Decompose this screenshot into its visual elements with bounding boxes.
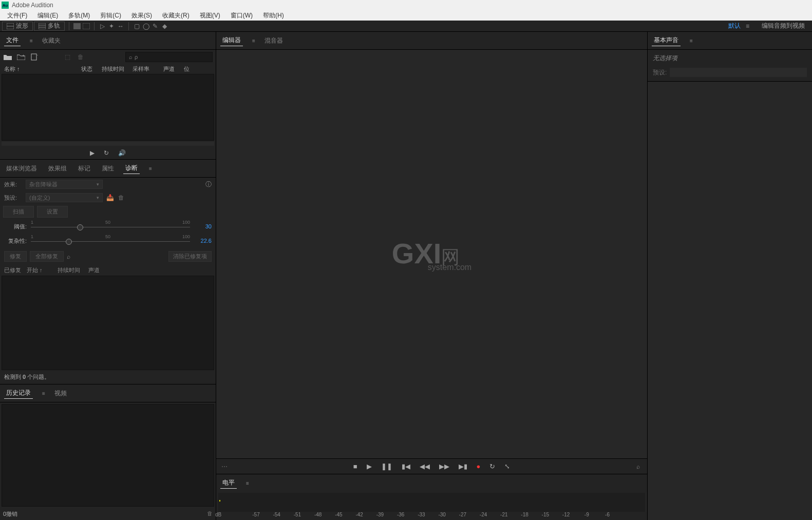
fforward-button[interactable]: ▶▶ [439, 463, 449, 470]
complexity-slider[interactable]: 1 50 100 [31, 236, 190, 246]
effect-dropdown[interactable]: 杂音降噪器 ▾ [26, 180, 103, 189]
col-channel[interactable]: 声道 [163, 65, 184, 73]
delete-preset-icon[interactable]: 🗑 [117, 194, 125, 201]
menu-file[interactable]: 文件(F) [3, 10, 31, 21]
zoom-icon[interactable]: ⌕ [636, 463, 640, 470]
scan-button[interactable]: 扫描 [3, 206, 34, 218]
workspace-audio-video-button[interactable]: 编辑音频到视频 [757, 22, 810, 30]
col-name[interactable]: 名称 ↑ [4, 65, 81, 73]
menu-multitrack[interactable]: 多轨(M) [64, 10, 94, 21]
multitrack-view-button[interactable]: 多轨 [34, 22, 65, 31]
marquee-tool-icon[interactable]: ▢ [132, 22, 141, 31]
spot-heal-tool-icon[interactable]: ◆ [160, 22, 169, 31]
delete-history-icon[interactable]: 🗑 [207, 510, 213, 518]
col-duration[interactable]: 持续时间 [58, 266, 88, 274]
find-icon[interactable]: ⌕ [67, 253, 70, 260]
threshold-value[interactable]: 30 [194, 223, 212, 229]
skip-fwd-button[interactable]: ▶▮ [459, 463, 467, 470]
tab-effects-rack[interactable]: 效果组 [46, 163, 69, 174]
threshold-slider[interactable]: 1 50 100 [31, 221, 190, 232]
settings-button[interactable]: 设置 [37, 206, 68, 218]
waveform-view-button[interactable]: 波形 [2, 22, 33, 31]
workspace-default-button[interactable]: 默认 [723, 22, 746, 30]
col-start[interactable]: 开始 ↑ [27, 266, 58, 274]
es-preset-dropdown[interactable] [670, 68, 807, 77]
complexity-value[interactable]: 22.6 [194, 238, 212, 244]
levels-menu-icon[interactable]: ≡ [246, 480, 249, 486]
workspace-menu-icon[interactable]: ≡ [746, 23, 749, 30]
info-icon[interactable]: ⓘ [205, 180, 212, 189]
tab-favorites[interactable]: 收藏夹 [40, 35, 63, 46]
tab-levels[interactable]: 电平 [220, 477, 237, 489]
diagnostics-list[interactable] [2, 276, 214, 370]
files-panel-menu-icon[interactable]: ≡ [30, 38, 33, 44]
spectral-freq-icon[interactable] [72, 22, 82, 31]
save-preset-icon[interactable]: 📥 [106, 194, 114, 201]
move-tool-icon[interactable]: ▷ [98, 22, 107, 31]
editor-viewport[interactable]: GXI网 system.com [216, 50, 647, 458]
transport-options-icon[interactable]: ⋯ [221, 463, 228, 470]
fix-button[interactable]: 修复 [4, 251, 27, 262]
slip-tool-icon[interactable]: ↔ [116, 22, 125, 31]
col-status[interactable]: 状态 [81, 65, 102, 73]
menu-effects[interactable]: 效果(S) [127, 10, 156, 21]
tab-diagnostics[interactable]: 诊断 [123, 163, 140, 174]
loop-button[interactable]: ↻ [489, 463, 495, 470]
tab-essential-sound[interactable]: 基本声音 [652, 35, 681, 46]
skip-back-button[interactable]: ▮◀ [402, 463, 410, 470]
menu-edit[interactable]: 编辑(E) [33, 10, 62, 21]
col-bit[interactable]: 位 [184, 65, 190, 73]
tab-history[interactable]: 历史记录 [4, 388, 33, 399]
insert-to-multitrack-icon[interactable]: ⬚ [63, 53, 72, 61]
history-menu-icon[interactable]: ≡ [42, 391, 45, 396]
files-list[interactable] [2, 74, 214, 141]
col-sample[interactable]: 采样率 [133, 65, 163, 73]
tab-markers[interactable]: 标记 [76, 163, 92, 174]
tab-mixer[interactable]: 混音器 [262, 35, 285, 46]
menu-window[interactable]: 窗口(W) [226, 10, 257, 21]
menu-favorites[interactable]: 收藏夹(R) [158, 10, 194, 21]
skip-selection-icon[interactable]: ⤡ [504, 463, 510, 470]
menu-clip[interactable]: 剪辑(C) [96, 10, 125, 21]
new-file-icon[interactable]: + [30, 53, 39, 61]
threshold-thumb[interactable] [77, 224, 83, 230]
tab-files[interactable]: 文件 [4, 35, 21, 46]
col-channel[interactable]: 声道 [88, 266, 114, 274]
import-icon[interactable]: + [16, 53, 26, 61]
preview-autoplay-icon[interactable]: 🔊 [118, 149, 126, 157]
tab-media-browser[interactable]: 媒体浏览器 [4, 163, 39, 174]
lasso-tool-icon[interactable]: ◯ [141, 22, 150, 31]
rewind-button[interactable]: ◀◀ [420, 463, 430, 470]
preset-dropdown[interactable]: (自定义) ▾ [26, 193, 103, 202]
menu-view[interactable]: 视图(V) [196, 10, 224, 21]
diagnostics-menu-icon[interactable]: ≡ [149, 166, 152, 171]
menu-help[interactable]: 帮助(H) [259, 10, 288, 21]
db-label: dB [215, 512, 221, 517]
files-hscrollbar[interactable] [2, 142, 214, 146]
tab-video[interactable]: 视频 [52, 388, 69, 399]
tab-properties[interactable]: 属性 [100, 163, 116, 174]
level-meter[interactable] [218, 493, 645, 512]
essential-sound-menu-icon[interactable]: ≡ [690, 38, 693, 44]
pause-button[interactable]: ❚❚ [381, 463, 392, 470]
spectral-pitch-icon[interactable] [82, 22, 91, 31]
stop-button[interactable]: ■ [353, 463, 357, 470]
complexity-thumb[interactable] [66, 239, 72, 245]
record-button[interactable]: ● [477, 463, 481, 470]
preview-play-icon[interactable]: ▶ [90, 149, 95, 157]
preview-loop-icon[interactable]: ↻ [104, 149, 109, 157]
editor-menu-icon[interactable]: ≡ [252, 38, 255, 44]
brush-tool-icon[interactable]: ✎ [150, 22, 160, 31]
col-fixed[interactable]: 已修复 [4, 266, 27, 274]
open-file-icon[interactable] [3, 53, 12, 61]
search-field[interactable] [135, 54, 209, 60]
tab-editor[interactable]: 编辑器 [220, 35, 243, 46]
razor-tool-icon[interactable]: ✦ [107, 22, 116, 31]
files-search-input[interactable]: ⌕ [125, 52, 213, 62]
col-duration[interactable]: 持续时间 [102, 65, 133, 73]
delete-file-icon[interactable]: 🗑 [76, 53, 85, 61]
clear-fixed-button[interactable]: 清除已修复项 [168, 251, 212, 262]
play-button[interactable]: ▶ [367, 463, 372, 470]
history-list[interactable] [2, 404, 214, 507]
fix-all-button[interactable]: 全部修复 [30, 251, 64, 262]
